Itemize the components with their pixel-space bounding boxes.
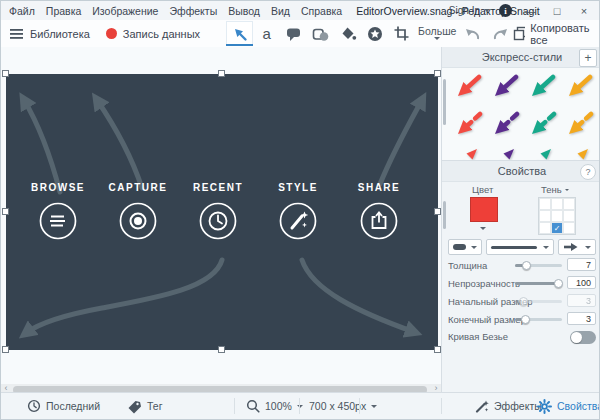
quick-style-red-solid[interactable] — [450, 70, 486, 108]
arrow-head-style-dropdown[interactable] — [558, 239, 596, 255]
quick-style-red-dashed[interactable] — [450, 108, 486, 146]
menu-image[interactable]: Изображение — [92, 5, 158, 17]
slider-thumb[interactable] — [521, 315, 530, 324]
text-tool[interactable]: a — [253, 21, 280, 46]
menu-edit[interactable]: Правка — [46, 5, 81, 17]
menu-help[interactable]: Справка — [301, 5, 342, 17]
shadow-label-text: Тень — [541, 184, 562, 195]
add-style-button[interactable]: + — [579, 49, 597, 67]
quick-style-yellow-dashed[interactable] — [561, 108, 597, 146]
shadow-cell[interactable] — [563, 210, 575, 222]
shapes-tool[interactable] — [307, 21, 334, 46]
menu-output[interactable]: Вывод — [228, 5, 260, 17]
quick-style-purple-dashed[interactable] — [487, 108, 523, 146]
stamp-tool[interactable] — [361, 21, 388, 46]
canvas-area[interactable]: BROWSE CAPTURE RECENT — [1, 47, 441, 395]
end-size-value[interactable]: 3 — [567, 312, 596, 325]
zoom-control[interactable]: 100% — [246, 393, 303, 419]
selection-handle[interactable] — [2, 208, 9, 215]
selection-handle[interactable] — [434, 208, 441, 215]
shadow-cell-selected[interactable]: ✓ — [551, 222, 563, 234]
sign-in-button[interactable]: Sign In — [449, 5, 490, 16]
opacity-value[interactable]: 100 — [567, 276, 596, 289]
canvas-image[interactable]: BROWSE CAPTURE RECENT — [6, 74, 438, 350]
tag-label: Тег — [147, 400, 163, 412]
menu-view[interactable]: Вид — [271, 5, 290, 17]
bezier-label: Кривая Безье — [448, 331, 508, 342]
canvas-size-control[interactable]: 700 x 450px — [309, 393, 377, 419]
selection-handle[interactable] — [434, 70, 441, 77]
minimize-button[interactable]: — — [521, 5, 539, 17]
close-button[interactable]: × — [575, 5, 593, 17]
menu-effects[interactable]: Эффекты — [169, 5, 217, 17]
quick-style-green-solid[interactable] — [524, 70, 560, 108]
thickness-value[interactable]: 7 — [567, 258, 596, 271]
shadow-label[interactable]: Тень — [541, 184, 569, 195]
arrow-tool[interactable] — [226, 21, 253, 46]
redo-button[interactable] — [486, 21, 513, 46]
start-size-value[interactable]: 3 — [567, 294, 596, 307]
titlebar: Файл Правка Изображение Эффекты Вывод Ви… — [1, 1, 599, 20]
slider-thumb[interactable] — [522, 261, 531, 270]
quick-style-yellow-solid[interactable] — [561, 70, 597, 108]
tag-button[interactable]: Тег — [127, 393, 163, 419]
shadow-cell[interactable] — [539, 222, 551, 234]
properties-tab[interactable]: Свойства — [537, 393, 600, 419]
clock-circle-icon — [198, 201, 238, 241]
arrow-tail-style-dropdown[interactable] — [448, 239, 482, 255]
record-data-button[interactable]: Запись данных — [106, 28, 200, 40]
maximize-button[interactable]: □ — [548, 5, 566, 17]
info-icon[interactable]: i — [499, 4, 512, 17]
shadow-cell[interactable] — [551, 210, 563, 222]
quick-style-green-dashed[interactable] — [524, 108, 560, 146]
bezier-toggle[interactable] — [570, 331, 596, 344]
gear-icon — [537, 399, 552, 414]
quick-style-purple-solid[interactable] — [487, 70, 523, 108]
right-panel: Экспресс-стили + — [441, 47, 600, 395]
selection-handle[interactable] — [218, 70, 225, 77]
record-icon — [106, 28, 117, 39]
chevron-down-icon — [434, 37, 440, 43]
opacity-slider[interactable] — [515, 282, 562, 285]
library-button[interactable]: Библиотека — [10, 28, 90, 40]
undo-button[interactable] — [459, 21, 486, 46]
shadow-cell[interactable] — [539, 198, 551, 210]
slider-thumb[interactable] — [519, 297, 528, 306]
shadow-direction-grid[interactable]: ✓ — [538, 197, 576, 235]
copy-all-button[interactable]: Копировать все — [513, 22, 592, 46]
magic-wand-icon — [474, 399, 489, 414]
end-size-slider[interactable] — [515, 318, 562, 321]
shadow-cell[interactable] — [563, 222, 575, 234]
callout-tool[interactable] — [280, 21, 307, 46]
shadow-cell[interactable] — [563, 198, 575, 210]
titlebar-right: Sign In i — □ × — [449, 1, 593, 20]
fill-tool[interactable] — [334, 21, 361, 46]
selection-handle[interactable] — [434, 346, 441, 353]
line-style-dropdown[interactable] — [486, 239, 554, 255]
panel-scrollbar-thumb[interactable] — [443, 201, 446, 229]
toolbar-right: Копировать все Вывод — [513, 22, 600, 46]
panel-scrollbar-thumb[interactable] — [443, 79, 446, 125]
sign-in-label: Sign In — [449, 5, 480, 16]
thickness-slider[interactable] — [515, 264, 562, 267]
crop-tool[interactable] — [388, 21, 415, 46]
selection-handle[interactable] — [2, 70, 9, 77]
more-tools-button[interactable]: Больше — [418, 25, 456, 43]
slider-thumb[interactable] — [554, 279, 563, 288]
menu-file[interactable]: Файл — [9, 5, 35, 17]
shadow-cell[interactable] — [539, 210, 551, 222]
color-swatch[interactable] — [470, 197, 498, 222]
help-button[interactable]: ? — [580, 164, 596, 180]
divider — [299, 398, 300, 414]
color-dropdown-caret-icon[interactable] — [480, 227, 486, 233]
effects-tab[interactable]: Эффекты — [474, 393, 542, 419]
shadow-cell[interactable] — [551, 198, 563, 210]
effects-label: Эффекты — [494, 400, 542, 412]
recent-captures-button[interactable]: Последний — [27, 393, 100, 419]
selection-handle[interactable] — [2, 346, 9, 353]
menu-circle-icon — [38, 201, 78, 241]
chevron-down-icon — [543, 246, 549, 252]
properties-title: Свойства — [498, 165, 546, 177]
start-size-slider[interactable] — [515, 300, 562, 303]
selection-handle[interactable] — [218, 346, 225, 353]
